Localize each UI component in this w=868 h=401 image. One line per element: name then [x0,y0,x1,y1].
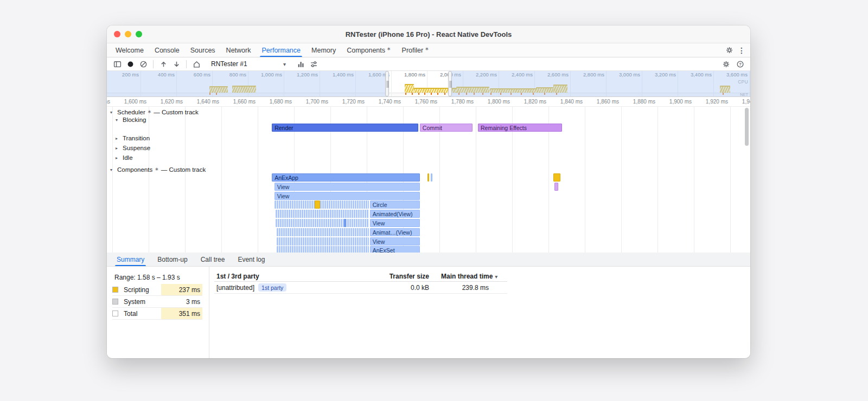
tab-console[interactable]: Console [149,43,185,57]
flame-bar-label: Commit [420,124,472,132]
timeline-marker [424,93,425,95]
performance-toolbar: RNTester #1 ▾ ? [107,57,750,71]
track-name: Blocking [123,117,146,123]
ruler-tick-label: 1,680 ms [270,99,294,105]
selection-handle-right[interactable] [448,71,452,96]
load-profile-icon[interactable] [157,58,169,70]
flame-bar-view[interactable]: View [275,192,420,200]
chart-gridline [694,107,694,253]
flame-bar-render[interactable]: Render [272,124,418,132]
selection-handle-left[interactable] [385,71,389,96]
flame-mark-yellow[interactable] [427,173,429,182]
flame-mark-stripes[interactable] [275,200,369,209]
record-icon[interactable] [124,58,136,70]
settings-gear-icon[interactable] [723,44,735,56]
tabbar-right-controls: ⋮ [723,43,750,57]
ruler-tick-label: 1,660 ms [233,99,258,105]
flame-bar-remaining-effects[interactable]: Remaining Effects [478,124,562,132]
flame-bar-view[interactable]: View [370,237,420,245]
party-column-header[interactable]: 1st / 3rd party [214,273,350,280]
main-thread-time-column-header[interactable]: Main thread time▾ [429,273,507,280]
flame-bar-animat-view[interactable]: Animat…(View) [370,228,420,236]
tab-components[interactable]: Components∗ [341,43,396,57]
track-name: Components [117,166,152,173]
chevron-right-icon[interactable]: ▸ [116,136,120,141]
legend-swatch [112,311,118,316]
main-ruler: 1,580 ms1,600 ms1,620 ms1,640 ms1,660 ms… [107,97,750,107]
party-cell: [unattributed]1st party [214,283,350,292]
flame-mark-yellow[interactable] [315,200,320,209]
vertical-scrollbar-thumb[interactable] [745,108,749,146]
legend-label: Scripting [124,286,161,294]
legend-value: 237 ms [161,284,202,295]
flame-mark-stripes[interactable] [276,219,369,227]
tab-sources[interactable]: Sources [185,43,221,57]
bottom-tab-bottom-up[interactable]: Bottom-up [151,253,194,266]
flame-bar-anexapp[interactable]: AnExApp [272,173,420,182]
flame-mark-midstripe[interactable] [344,219,346,227]
flame-mark-stripes[interactable] [276,210,369,218]
flame-bar-label: View [275,183,419,191]
track-header-blocking[interactable]: ▾Blocking [116,116,146,124]
chevron-down-icon[interactable]: ▾ [110,110,115,115]
flame-mark-stripes[interactable] [277,237,369,245]
ruler-tick-label: 1,700 ms [306,99,330,105]
chart-gridline [621,107,622,253]
tab-network[interactable]: Network [221,43,257,57]
overview-tick-label: 1,800 ms [404,72,427,77]
toggle-sidebar-icon[interactable] [111,58,123,70]
tab-memory[interactable]: Memory [306,43,341,57]
chevron-right-icon[interactable]: ▸ [116,146,120,151]
chevron-down-icon[interactable]: ▾ [116,118,120,122]
chevron-down-icon[interactable]: ▾ [110,167,115,172]
bottom-tab-call-tree[interactable]: Call tree [194,253,232,266]
flame-bar-label: View [275,192,419,200]
settings-gear-icon[interactable] [720,58,732,70]
save-profile-icon[interactable] [170,58,182,70]
tracks-canvas[interactable]: ▾Scheduler∗— Custom track▾BlockingRender… [107,107,750,253]
legend-row-total: Total351 ms [112,308,202,320]
flame-mark-yellow[interactable] [553,173,560,182]
flame-bar-view[interactable]: View [370,219,420,227]
clear-icon[interactable] [137,58,149,70]
transfer-size-column-header[interactable]: Transfer size [350,273,429,280]
chart-gridline [149,107,149,253]
live-metrics-icon[interactable] [190,58,202,70]
track-name: Transition [123,135,150,141]
track-header-scheduler[interactable]: ▾Scheduler∗— Custom track [110,108,199,116]
bottom-tab-summary[interactable]: Summary [110,253,151,266]
legend-row-scripting: Scripting237 ms [112,284,202,296]
target-select-dropdown[interactable]: RNTester #1 ▾ [208,59,289,69]
chart-gridline [585,107,585,253]
party-table: 1st / 3rd partyTransfer sizeMain thread … [214,271,507,294]
timeline-overview[interactable]: CPU NET 200 ms400 ms600 ms800 ms1,000 ms… [107,71,750,97]
flame-mark-stripes[interactable] [277,246,369,253]
tab-profiler[interactable]: Profiler∗ [397,43,435,57]
flame-mark-purple[interactable] [554,183,558,191]
flame-bar-view[interactable]: View [275,183,420,191]
party-name: [unattributed] [216,284,254,292]
capture-settings-icon[interactable] [308,58,320,70]
timeline-marker [418,93,419,95]
summary-legend: Scripting237 msSystem3 msTotal351 ms [112,284,202,320]
flame-bar-anexset[interactable]: AnExSet [370,246,420,253]
components-stats-icon[interactable] [295,58,307,70]
chevron-right-icon[interactable]: ▸ [116,156,120,160]
flame-mark-light[interactable] [431,173,432,182]
overview-curtain-left [107,71,387,96]
bottom-tab-event-log[interactable]: Event log [231,253,271,266]
flame-bar-commit[interactable]: Commit [420,124,473,132]
flame-bar-circle[interactable]: Circle [370,200,420,209]
tab-performance[interactable]: Performance [256,43,306,57]
track-header-transition[interactable]: ▸Transition [116,134,150,142]
track-header-components[interactable]: ▾Components∗— Custom track [110,166,206,173]
more-menu-icon[interactable]: ⋮ [737,46,746,55]
flame-bar-animated-view[interactable]: Animated(View) [370,210,420,218]
track-header-suspense[interactable]: ▸Suspense [116,144,150,152]
party-table-row[interactable]: [unattributed]1st party0.0 kB239.8 ms [214,282,507,294]
ruler-tick-label: 1,920 ms [706,99,730,105]
help-icon[interactable]: ? [734,58,746,70]
track-header-idle[interactable]: ▸Idle [116,154,133,161]
tab-welcome[interactable]: Welcome [110,43,149,57]
flame-mark-stripes[interactable] [277,228,369,236]
